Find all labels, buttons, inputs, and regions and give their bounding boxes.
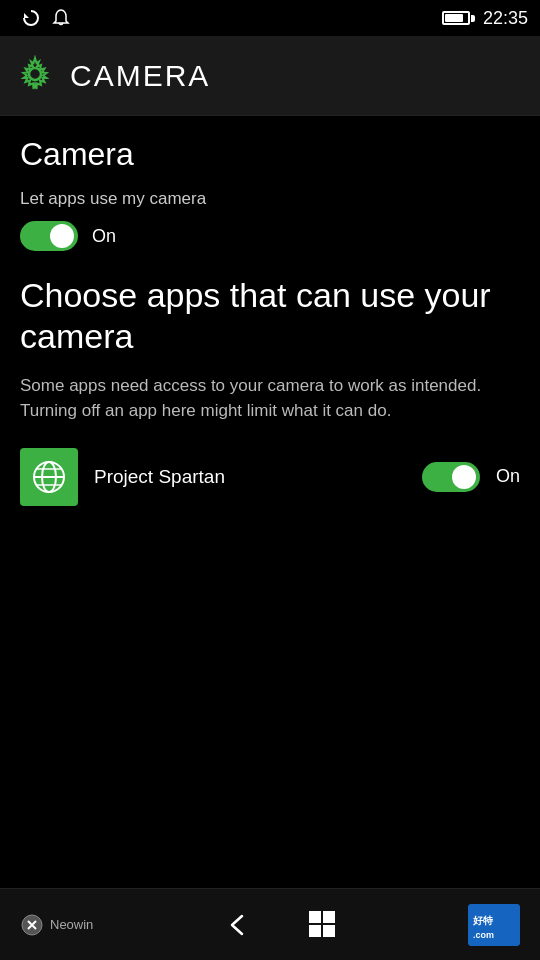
bottom-center-nav bbox=[216, 902, 346, 948]
spartan-globe-icon bbox=[31, 459, 67, 495]
notification-icon bbox=[50, 7, 72, 29]
svg-text:好特: 好特 bbox=[472, 915, 494, 926]
project-spartan-icon-wrapper bbox=[20, 448, 78, 506]
svg-rect-11 bbox=[323, 925, 335, 937]
page-header: CAMERA bbox=[0, 36, 540, 116]
spartan-toggle-status: On bbox=[496, 466, 520, 487]
back-arrow-icon bbox=[224, 911, 252, 939]
bottom-right-logo: 好特 .com bbox=[468, 904, 520, 946]
page-title: CAMERA bbox=[70, 59, 210, 93]
bottom-navigation-bar: Neowin 好特 .com bbox=[0, 888, 540, 960]
clock-time: 22:35 bbox=[483, 8, 528, 29]
svg-rect-9 bbox=[323, 911, 335, 923]
let-apps-label: Let apps use my camera bbox=[20, 189, 520, 209]
camera-heading: Camera bbox=[20, 136, 520, 173]
windows-start-button[interactable] bbox=[300, 902, 346, 948]
main-toggle-row: On bbox=[20, 221, 520, 251]
neowin-logo-icon bbox=[20, 913, 44, 937]
battery-icon bbox=[442, 11, 475, 25]
refresh-icon bbox=[20, 7, 42, 29]
spartan-toggle-knob bbox=[452, 465, 476, 489]
project-spartan-label: Project Spartan bbox=[94, 466, 406, 488]
choose-apps-heading: Choose apps that can use your camera bbox=[20, 275, 520, 357]
haote-logo-badge: 好特 .com bbox=[468, 904, 520, 946]
back-button[interactable] bbox=[216, 903, 260, 947]
bottom-left-brand: Neowin bbox=[20, 913, 93, 937]
svg-rect-8 bbox=[309, 911, 321, 923]
svg-marker-0 bbox=[24, 13, 29, 18]
windows-logo-icon bbox=[308, 910, 338, 940]
main-content: Camera Let apps use my camera On Choose … bbox=[0, 116, 540, 506]
svg-text:.com: .com bbox=[473, 930, 494, 940]
neowin-brand-label: Neowin bbox=[50, 917, 93, 932]
svg-rect-10 bbox=[309, 925, 321, 937]
status-bar: 22:35 bbox=[0, 0, 540, 36]
project-spartan-row: Project Spartan On bbox=[20, 448, 520, 506]
toggle-knob bbox=[50, 224, 74, 248]
status-icons bbox=[20, 7, 72, 29]
choose-apps-section: Choose apps that can use your camera Som… bbox=[20, 275, 520, 506]
status-right-icons: 22:35 bbox=[442, 8, 528, 29]
main-toggle-status: On bbox=[92, 226, 116, 247]
description-text: Some apps need access to your camera to … bbox=[20, 373, 520, 424]
gear-icon bbox=[16, 55, 54, 97]
project-spartan-toggle[interactable] bbox=[422, 462, 480, 492]
camera-section: Camera Let apps use my camera On bbox=[20, 136, 520, 251]
main-camera-toggle[interactable] bbox=[20, 221, 78, 251]
